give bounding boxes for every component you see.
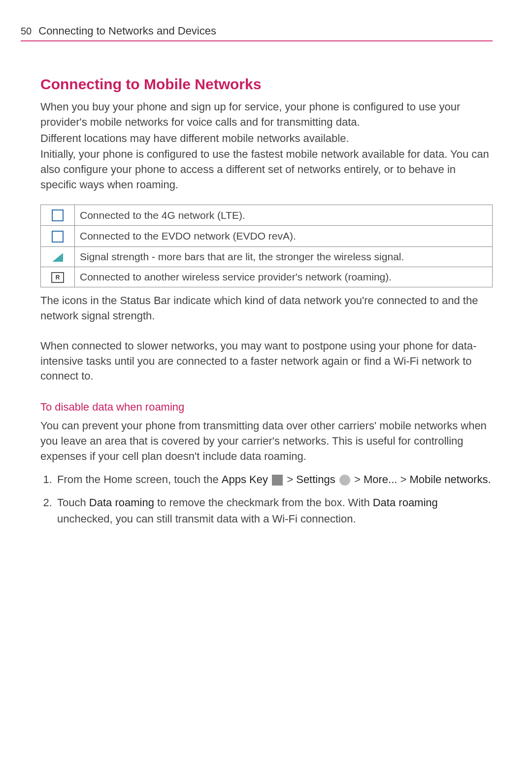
icon-description: Connected to the EVDO network (EVDO revA…	[75, 226, 493, 246]
signal-icon	[52, 253, 63, 262]
data-roaming-label-2: Data roaming	[373, 496, 438, 509]
status-icon-table: Connected to the 4G network (LTE). Conne…	[40, 205, 493, 287]
icon-cell	[41, 246, 75, 267]
subsection-intro: You can prevent your phone from transmit…	[21, 418, 493, 464]
icon-cell	[41, 226, 75, 246]
intro-paragraph-2: Different locations may have different m…	[21, 131, 493, 146]
page-header: 50 Connecting to Networks and Devices	[21, 25, 493, 41]
mobile-networks-label: Mobile networks.	[409, 473, 491, 486]
steps-list: From the Home screen, touch the Apps Key…	[21, 471, 493, 527]
icon-cell	[41, 205, 75, 225]
subsection-heading: To disable data when roaming	[21, 401, 493, 414]
table-row: Signal strength - more bars that are lit…	[41, 246, 493, 267]
table-row: Connected to the 4G network (LTE).	[41, 205, 493, 225]
intro-paragraph-3: Initially, your phone is configured to u…	[21, 147, 493, 192]
page-number: 50	[21, 26, 32, 37]
icon-cell: R	[41, 267, 75, 287]
step-2: Touch Data roaming to remove the checkma…	[55, 494, 493, 527]
below-table-p2: When connected to slower networks, you m…	[21, 339, 493, 384]
table-row: R Connected to another wireless service …	[41, 267, 493, 287]
section-title: Connecting to Mobile Networks	[21, 76, 493, 93]
intro-paragraph-1: When you buy your phone and sign up for …	[21, 100, 493, 130]
step-1: From the Home screen, touch the Apps Key…	[55, 471, 493, 487]
step-text: Touch	[57, 496, 89, 509]
icon-description: Connected to the 4G network (LTE).	[75, 205, 493, 225]
step-text: to remove the checkmark from the box. Wi…	[154, 496, 373, 509]
icon-description: Signal strength - more bars that are lit…	[75, 246, 493, 267]
separator: >	[284, 473, 296, 486]
below-table-p1: The icons in the Status Bar indicate whi…	[21, 293, 493, 324]
4g-icon	[52, 209, 64, 221]
table-row: Connected to the EVDO network (EVDO revA…	[41, 226, 493, 246]
data-roaming-label: Data roaming	[89, 496, 154, 509]
settings-icon	[339, 475, 350, 486]
icon-description: Connected to another wireless service pr…	[75, 267, 493, 287]
evdo-icon	[52, 231, 64, 243]
chapter-title: Connecting to Networks and Devices	[38, 25, 216, 37]
roaming-icon: R	[51, 272, 64, 283]
apps-key-label: Apps Key	[222, 473, 268, 486]
separator: >	[397, 473, 409, 486]
page-content: 50 Connecting to Networks and Devices Co…	[0, 0, 532, 563]
settings-label: Settings	[296, 473, 335, 486]
step-text: unchecked, you can still transmit data w…	[57, 513, 356, 525]
separator: >	[351, 473, 364, 486]
more-label: More...	[364, 473, 397, 486]
step-text: From the Home screen, touch the	[57, 473, 222, 486]
apps-key-icon	[272, 475, 283, 486]
